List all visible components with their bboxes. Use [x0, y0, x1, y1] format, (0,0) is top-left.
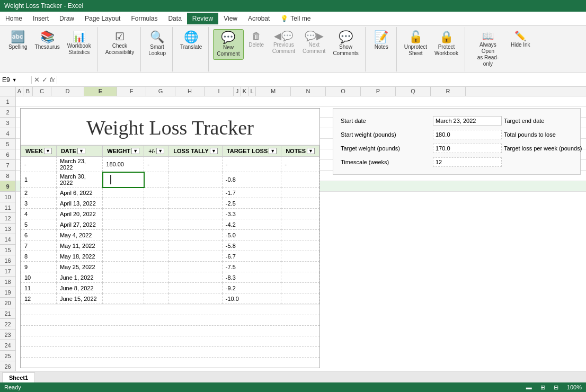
col-header-q[interactable]: Q — [396, 87, 431, 96]
row-num-12[interactable]: 12 — [0, 213, 15, 224]
row-num-26[interactable]: 26 — [0, 361, 15, 371]
col-header-i[interactable]: I — [205, 87, 234, 96]
tracker-cell-12-1[interactable]: June 15, 2022 — [56, 293, 102, 304]
col-header-k[interactable]: K — [241, 87, 248, 96]
col-header-a[interactable]: A — [16, 87, 23, 96]
tracker-cell-8-4[interactable] — [169, 251, 223, 262]
col-header-r[interactable]: R — [431, 87, 466, 96]
tracker-cell-1-6[interactable] — [281, 172, 319, 188]
menu-review[interactable]: Review — [187, 13, 218, 24]
row-num-7[interactable]: 7 — [0, 160, 15, 171]
loss-tally-filter-arrow[interactable]: ▼ — [210, 148, 218, 154]
tracker-cell-0-0[interactable]: - — [21, 157, 57, 172]
tracker-cell-11-2[interactable] — [103, 283, 144, 293]
tracker-cell-1-3[interactable] — [144, 172, 169, 188]
tracker-cell-0-2[interactable]: 180.00 — [103, 157, 144, 172]
tracker-cell-1-4[interactable] — [169, 172, 223, 188]
tracker-cell-10-6[interactable] — [281, 272, 319, 283]
tracker-cell-12-3[interactable] — [144, 293, 169, 304]
row-num-8[interactable]: 8 — [0, 171, 15, 181]
page-layout-view-icon[interactable]: ⊞ — [540, 384, 545, 391]
col-header-o[interactable]: O — [326, 87, 361, 96]
tracker-cell-7-4[interactable] — [169, 240, 223, 251]
tracker-cell-4-2[interactable] — [103, 209, 144, 219]
tracker-cell-12-0[interactable]: 12 — [21, 293, 57, 304]
row-num-14[interactable]: 14 — [0, 234, 15, 245]
new-comment-button[interactable]: 💬 NewComment — [213, 29, 243, 60]
tracker-cell-7-6[interactable] — [281, 240, 319, 251]
tracker-cell-10-2[interactable] — [103, 272, 144, 283]
tracker-cell-2-6[interactable] — [281, 188, 319, 198]
tracker-cell-3-1[interactable]: April 13, 2022 — [56, 198, 102, 209]
tracker-cell-12-2[interactable] — [103, 293, 144, 304]
tracker-cell-10-1[interactable]: June 1, 2022 — [56, 272, 102, 283]
row-num-15[interactable]: 15 — [0, 245, 15, 255]
show-comments-button[interactable]: 💬 ShowComments — [330, 29, 361, 59]
row-num-13[interactable]: 13 — [0, 224, 15, 234]
tracker-cell-10-5[interactable]: -8.3 — [222, 272, 281, 283]
menu-insert[interactable]: Insert — [28, 13, 54, 24]
tracker-cell-2-5[interactable]: -1.7 — [222, 188, 281, 198]
tracker-cell-5-3[interactable] — [144, 219, 169, 230]
tracker-cell-6-6[interactable] — [281, 230, 319, 240]
tracker-cell-11-6[interactable] — [281, 283, 319, 293]
tracker-cell-3-6[interactable] — [281, 198, 319, 209]
menu-data[interactable]: Data — [163, 13, 187, 24]
col-header-l[interactable]: L — [248, 87, 256, 96]
col-header-d[interactable]: D — [51, 87, 84, 96]
smart-lookup-button[interactable]: 🔍 SmartLookup — [145, 29, 169, 59]
tracker-cell-9-5[interactable]: -7.5 — [222, 262, 281, 272]
check-accessibility-button[interactable]: ☑ CheckAccessibility — [102, 29, 137, 58]
tracker-cell-11-0[interactable]: 11 — [21, 283, 57, 293]
row-num-19[interactable]: 19 — [0, 287, 15, 298]
notes-button[interactable]: 📝 Notes — [370, 29, 393, 52]
tracker-cell-4-6[interactable] — [281, 209, 319, 219]
row-num-20[interactable]: 20 — [0, 298, 15, 308]
cell-ref-dropdown-icon[interactable]: ▼ — [12, 77, 17, 83]
tracker-cell-1-1[interactable]: March 30, 2022 — [56, 172, 102, 188]
tracker-cell-12-5[interactable]: -10.0 — [222, 293, 281, 304]
protect-workbook-button[interactable]: 🔒 ProtectWorkbook — [431, 29, 461, 59]
row-num-17[interactable]: 17 — [0, 266, 15, 277]
row-num-9[interactable]: 9 — [0, 181, 15, 192]
row-num-4[interactable]: 4 — [0, 128, 15, 139]
row-num-1[interactable]: 1 — [0, 96, 15, 107]
menu-home[interactable]: Home — [0, 13, 28, 24]
col-header-h[interactable]: H — [175, 87, 205, 96]
tracker-cell-6-1[interactable]: May 4, 2022 — [56, 230, 102, 240]
col-header-g[interactable]: G — [146, 87, 175, 96]
tracker-cell-5-5[interactable]: -4.2 — [222, 219, 281, 230]
confirm-formula-icon[interactable]: ✓ — [42, 76, 48, 84]
unprotect-sheet-button[interactable]: 🔓 UnprotectSheet — [401, 29, 430, 59]
tracker-cell-0-1[interactable]: March 23, 2022 — [56, 157, 102, 172]
tracker-cell-12-4[interactable] — [169, 293, 223, 304]
col-header-p[interactable]: P — [361, 87, 396, 96]
tracker-cell-2-2[interactable] — [103, 188, 144, 198]
tracker-cell-2-4[interactable] — [169, 188, 223, 198]
tracker-cell-1-0[interactable]: 1 — [21, 172, 57, 188]
row-num-25[interactable]: 25 — [0, 351, 15, 361]
tracker-cell-6-0[interactable]: 6 — [21, 230, 57, 240]
tracker-cell-6-5[interactable]: -5.0 — [222, 230, 281, 240]
plusminus-filter-arrow[interactable]: ▼ — [156, 148, 164, 154]
tracker-cell-4-5[interactable]: -3.3 — [222, 209, 281, 219]
row-num-11[interactable]: 11 — [0, 202, 15, 213]
cancel-formula-icon[interactable]: ✕ — [34, 76, 40, 84]
tracker-cell-6-3[interactable] — [144, 230, 169, 240]
tracker-cell-10-3[interactable] — [144, 272, 169, 283]
row-num-2[interactable]: 2 — [0, 107, 15, 118]
tracker-cell-7-2[interactable] — [103, 240, 144, 251]
tracker-cell-7-3[interactable] — [144, 240, 169, 251]
row-num-6[interactable]: 6 — [0, 149, 15, 160]
row-num-22[interactable]: 22 — [0, 319, 15, 329]
next-comment-button[interactable]: 💬▶ NextComment — [299, 29, 328, 57]
tracker-cell-8-6[interactable] — [281, 251, 319, 262]
tracker-cell-8-2[interactable] — [103, 251, 144, 262]
tracker-cell-2-3[interactable] — [144, 188, 169, 198]
col-header-n[interactable]: N — [291, 87, 326, 96]
tracker-cell-9-4[interactable] — [169, 262, 223, 272]
previous-comment-button[interactable]: ◀💬 PreviousComment — [269, 29, 298, 57]
translate-button[interactable]: 🌐 Translate — [177, 29, 205, 52]
tracker-cell-0-6[interactable]: - — [281, 157, 319, 172]
menu-tell-me[interactable]: 💡 Tell me — [275, 13, 316, 24]
